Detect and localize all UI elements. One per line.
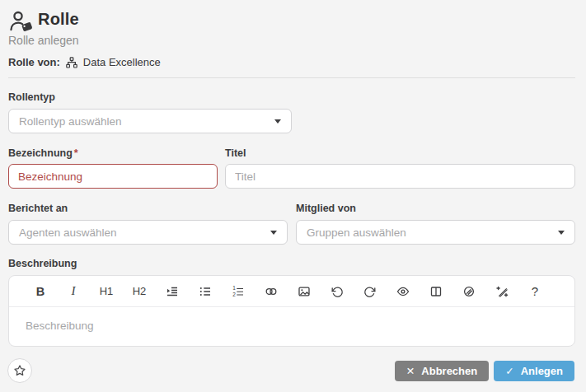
image-button[interactable]: [288, 276, 321, 307]
role-create-form: Rolle Rolle anlegen Rolle von: Data Exce…: [0, 0, 586, 392]
page-title: Rolle: [38, 10, 79, 29]
required-asterisk: *: [74, 147, 78, 159]
beschreibung-label: Beschreibung: [8, 258, 77, 269]
heading-1-button[interactable]: H1: [90, 276, 123, 307]
mitglied-von-select-placeholder: Gruppen auswählen: [307, 226, 558, 239]
chevron-down-icon: [558, 231, 565, 235]
eye-icon: [396, 285, 410, 298]
editor-placeholder: Beschreibung: [26, 320, 94, 332]
titel-input[interactable]: [225, 164, 575, 189]
cancel-button[interactable]: ✕ Abbrechen: [395, 361, 489, 381]
heading-2-button[interactable]: H2: [123, 276, 156, 307]
link-button[interactable]: [255, 276, 288, 307]
undo-icon: [331, 285, 344, 298]
chevron-down-icon: [270, 231, 277, 235]
close-icon: ✕: [406, 365, 415, 377]
rollentyp-select[interactable]: Rollentyp auswählen: [8, 109, 292, 133]
bullet-list-icon: [199, 285, 212, 298]
mitglied-von-label: Mitglied von: [296, 203, 356, 214]
cancel-button-label: Abbrechen: [421, 365, 477, 377]
favorite-button[interactable]: [7, 358, 32, 383]
mitglied-von-select[interactable]: Gruppen auswählen: [296, 220, 575, 245]
ordered-list-icon: 1 2: [232, 285, 245, 298]
page-subtitle: Rolle anlegen: [8, 34, 79, 47]
footer-buttons: ✕ Abbrechen ✓ Anlegen: [395, 361, 574, 381]
role-owner-row: Rolle von: Data Excellence: [8, 56, 161, 68]
bold-button[interactable]: B: [24, 276, 57, 307]
indent-icon: [166, 285, 179, 298]
redo-icon: [363, 285, 377, 298]
ordered-list-button[interactable]: 1 2: [222, 276, 255, 307]
magic-wand-icon: [495, 285, 509, 298]
bezeichnung-label: Bezeichnung*: [8, 147, 78, 159]
italic-button[interactable]: I: [57, 276, 90, 307]
paperclip-icon: [462, 285, 476, 298]
star-icon: [13, 364, 26, 377]
help-button[interactable]: ?: [518, 276, 551, 307]
berichtet-an-label: Berichtet an: [8, 203, 68, 214]
rollentyp-label: Rollentyp: [8, 91, 55, 103]
link-icon: [265, 285, 278, 298]
footer-action-bar: ✕ Abbrechen ✓ Anlegen: [7, 358, 574, 383]
header-divider: [8, 77, 575, 78]
chevron-down-icon: [274, 119, 281, 124]
rollentyp-select-placeholder: Rollentyp auswählen: [19, 115, 274, 128]
svg-text:2: 2: [232, 292, 236, 297]
editor-toolbar: B I H1 H2 1 2: [9, 276, 574, 307]
preview-button[interactable]: [387, 276, 420, 307]
beschreibung-richtext-editor: B I H1 H2 1 2: [8, 275, 575, 347]
berichtet-an-select[interactable]: Agenten auswählen: [8, 220, 288, 245]
attachment-button[interactable]: [452, 276, 485, 307]
editor-content[interactable]: Beschreibung: [9, 307, 574, 343]
role-owner-value: Data Excellence: [83, 56, 161, 68]
magic-wand-button[interactable]: [485, 276, 518, 307]
role-owner-label: Rolle von:: [8, 56, 60, 68]
titel-label: Titel: [225, 147, 246, 159]
submit-button[interactable]: ✓ Anlegen: [494, 361, 574, 381]
redo-button[interactable]: [354, 276, 387, 307]
check-icon: ✓: [505, 365, 513, 377]
indent-button[interactable]: [156, 276, 189, 307]
user-tag-icon: [8, 10, 35, 35]
table-icon: [429, 285, 443, 298]
undo-button[interactable]: [321, 276, 354, 307]
submit-button-label: Anlegen: [521, 365, 563, 377]
berichtet-an-select-placeholder: Agenten auswählen: [19, 226, 270, 239]
sitemap-icon: [66, 57, 77, 68]
bezeichnung-input[interactable]: [8, 164, 218, 189]
bullet-list-button[interactable]: [189, 276, 222, 307]
table-button[interactable]: [420, 276, 452, 307]
svg-text:1: 1: [232, 285, 236, 291]
image-icon: [298, 285, 311, 298]
